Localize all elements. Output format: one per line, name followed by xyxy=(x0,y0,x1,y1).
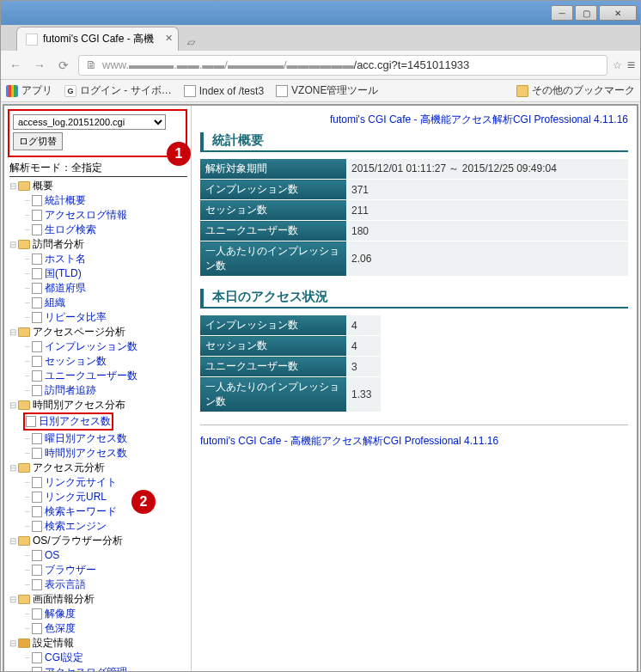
tree-item[interactable]: ┈都道府県 xyxy=(8,281,187,296)
tree-folder[interactable]: ⊟概要 xyxy=(8,179,187,193)
tree-folder[interactable]: ⊟画面情報分析 xyxy=(8,592,187,607)
new-tab-button[interactable]: ▱ xyxy=(182,34,200,51)
tree-folder[interactable]: ⊟OS/ブラウザー分析 xyxy=(8,534,187,548)
bookmark-apps[interactable]: アプリ xyxy=(6,83,52,98)
tree-item-label: ブラウザー xyxy=(45,563,96,577)
tree-item-label: 国(TLD) xyxy=(45,266,82,281)
tree-folder[interactable]: ⊟訪問者分析 xyxy=(8,237,187,252)
tree-item-label: 統計概要 xyxy=(45,193,86,208)
file-icon xyxy=(184,85,196,97)
forward-button[interactable]: → xyxy=(30,56,49,75)
bookmark-other[interactable]: その他のブックマーク xyxy=(516,83,635,98)
browser-tab[interactable]: futomi's CGI Cafe - 高機 ✕ xyxy=(16,27,179,51)
log-selector-box: access_log.20151200.cgi ログ切替 1 xyxy=(8,109,187,157)
tree-item[interactable]: ┈国(TLD) xyxy=(8,266,187,281)
stat-value: 4 xyxy=(346,336,381,357)
table-row: セッション数211 xyxy=(200,200,628,221)
stat-value: 3 xyxy=(346,357,381,377)
minimize-button[interactable]: ─ xyxy=(551,5,573,21)
table-row: 一人あたりのインプレッション数1.33 xyxy=(200,377,381,412)
tree-item[interactable]: ┈表示言語 xyxy=(8,577,187,592)
url-dark: /acc.cgi?t=1451011933 xyxy=(354,58,470,71)
tree-item-label: 生ログ検索 xyxy=(45,223,96,237)
window-titlebar: ─ ▢ ✕ xyxy=(1,1,640,25)
tree-item-label: 曜日別アクセス数 xyxy=(45,431,127,446)
url-field[interactable]: 🗎 www.▬▬▬▬.▬▬.▬▬/▬▬▬▬▬/▬▬▬▬▬▬ /acc.cgi?t… xyxy=(78,55,607,76)
tree-folder-label: アクセス元分析 xyxy=(33,461,105,475)
table-row: ユニークユーザー数180 xyxy=(200,221,628,241)
file-icon xyxy=(32,385,42,396)
table-row: 一人あたりのインプレッション数2.06 xyxy=(200,241,628,277)
tree-item[interactable]: ┈訪問者追跡 xyxy=(8,383,187,398)
tree-item[interactable]: ┈組織 xyxy=(8,296,187,310)
tree-item[interactable]: ┈検索エンジン xyxy=(8,519,187,534)
tree-item[interactable]: ┈生ログ検索 xyxy=(8,223,187,237)
tree-item[interactable]: ┈アクセスログ情報 xyxy=(8,208,187,223)
file-icon xyxy=(32,268,42,279)
apps-icon xyxy=(6,85,18,97)
folder-icon xyxy=(18,595,30,604)
tree-folder[interactable]: ⊟時間別アクセス分布 xyxy=(8,398,187,412)
tree-folder-label: 訪問者分析 xyxy=(33,237,84,252)
tree-item[interactable]: ┈アクセスログ管理 xyxy=(8,665,187,672)
file-icon xyxy=(32,283,42,294)
tree-item[interactable]: ┈統計概要 xyxy=(8,193,187,208)
stat-key: ユニークユーザー数 xyxy=(200,221,346,241)
stat-value: 211 xyxy=(346,200,628,221)
bookmark-index[interactable]: Index of /test3 xyxy=(184,85,264,97)
tree-item[interactable]: ┈リンク元URL xyxy=(8,490,187,504)
stat-key: セッション数 xyxy=(200,336,346,357)
tree-folder[interactable]: ⊟アクセスページ分析 xyxy=(8,325,187,339)
file-icon xyxy=(32,312,42,323)
tree-folder[interactable]: ⊟アクセス元分析 xyxy=(8,461,187,475)
stat-key: インプレッション数 xyxy=(200,180,346,200)
tree-item[interactable]: ┈OS xyxy=(8,548,187,563)
tree-item[interactable]: ┈リピータ比率 xyxy=(8,310,187,325)
file-icon xyxy=(32,506,42,517)
tree-item[interactable]: ┈ユニークユーザー数 xyxy=(8,369,187,383)
close-button[interactable]: ✕ xyxy=(599,5,637,21)
tree-item-label: リンク元サイト xyxy=(45,475,117,490)
tree-item[interactable]: ┈セッション数 xyxy=(8,354,187,369)
stat-value: 371 xyxy=(346,180,628,200)
folder-icon xyxy=(516,85,528,97)
tree-item[interactable]: ┈検索キーワード xyxy=(8,504,187,519)
tree-item[interactable]: ┈ブラウザー xyxy=(8,563,187,577)
table-row: ユニークユーザー数3 xyxy=(200,357,381,377)
highlighted-tree-item[interactable]: 日別アクセス数 xyxy=(23,412,113,431)
tree-item[interactable]: ┈曜日別アクセス数 xyxy=(8,431,187,446)
analysis-mode-label: 解析モード：全指定 xyxy=(9,161,187,177)
tree-folder-label: OS/ブラウザー分析 xyxy=(33,534,123,548)
bookmark-star-icon[interactable]: ☆ xyxy=(613,59,622,71)
file-icon xyxy=(32,341,42,352)
product-link-top[interactable]: futomi's CGI Cafe - 高機能アクセス解析CGI Profess… xyxy=(200,113,628,127)
file-icon xyxy=(32,623,42,634)
tree-item[interactable]: ┈ホスト名 xyxy=(8,252,187,266)
tree-item[interactable]: ┈解像度 xyxy=(8,607,187,621)
tree-item[interactable]: ┈時間別アクセス数 xyxy=(8,446,187,461)
divider xyxy=(200,425,628,425)
tree-folder-label: 概要 xyxy=(33,179,53,193)
file-icon xyxy=(32,652,42,663)
bookmark-login[interactable]: Gログイン - サイボ… xyxy=(64,83,172,98)
product-link-bottom[interactable]: futomi's CGI Cafe - 高機能アクセス解析CGI Profess… xyxy=(200,434,628,449)
bookmark-vzone[interactable]: VZONE管理ツール xyxy=(276,83,378,98)
chrome-menu-icon[interactable]: ≡ xyxy=(627,58,635,73)
tree-item[interactable]: ┈CGI設定 xyxy=(8,651,187,665)
tree-item[interactable]: ┈色深度 xyxy=(8,621,187,636)
folder-icon xyxy=(18,327,30,337)
log-select[interactable]: access_log.20151200.cgi xyxy=(13,114,166,130)
file-icon xyxy=(32,448,42,459)
tree-folder[interactable]: ⊟設定情報 xyxy=(8,636,187,651)
stat-key: インプレッション数 xyxy=(200,315,346,336)
maximize-button[interactable]: ▢ xyxy=(575,5,597,21)
folder-icon xyxy=(18,536,30,546)
back-button[interactable]: ← xyxy=(6,56,25,75)
tab-close-icon[interactable]: ✕ xyxy=(165,33,173,44)
tree-item[interactable]: ┈リンク元サイト xyxy=(8,475,187,490)
tree-item-label: 解像度 xyxy=(45,607,76,621)
reload-button[interactable]: ⟳ xyxy=(54,56,73,75)
log-switch-button[interactable]: ログ切替 xyxy=(13,132,63,150)
stat-value: 1.33 xyxy=(346,377,381,412)
tree-item[interactable]: ┈インプレッション数 xyxy=(8,339,187,354)
